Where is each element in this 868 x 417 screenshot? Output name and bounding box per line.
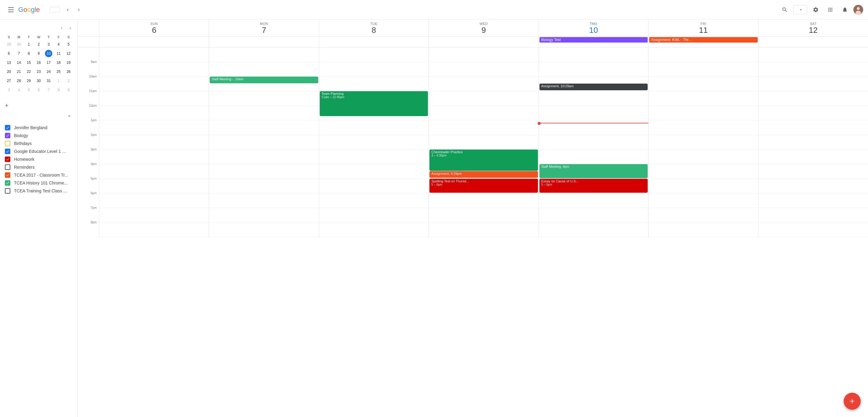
mini-cal-day[interactable]: 3 [4, 86, 14, 94]
hour-slot[interactable] [99, 135, 209, 150]
hour-slot[interactable] [209, 62, 318, 77]
hour-slot[interactable] [649, 193, 758, 208]
calendar-checkbox[interactable] [5, 133, 10, 138]
next-period-button[interactable]: › [73, 4, 84, 15]
mini-cal-day[interactable]: 7 [14, 49, 24, 58]
day-column[interactable] [648, 48, 758, 237]
hour-slot[interactable] [649, 91, 758, 106]
mini-cal-next[interactable]: › [67, 24, 74, 32]
day-column[interactable] [758, 48, 868, 237]
hour-slot[interactable] [758, 120, 868, 135]
calendar-checkbox[interactable] [5, 156, 10, 162]
hour-slot[interactable] [209, 106, 318, 120]
calendar-item[interactable]: TCEA Training Test Class ... [0, 187, 78, 195]
hour-slot[interactable] [758, 193, 868, 208]
hour-slot[interactable] [209, 222, 318, 237]
hour-slot[interactable] [209, 208, 318, 222]
mini-cal-day[interactable]: 12 [64, 49, 73, 58]
mini-cal-day[interactable]: 4 [14, 86, 24, 94]
day-number[interactable]: 8 [319, 26, 429, 35]
hour-slot[interactable] [209, 120, 318, 135]
hour-slot[interactable] [319, 222, 429, 237]
create-event-fab[interactable]: + [844, 393, 861, 410]
hour-slot[interactable] [319, 179, 429, 193]
mini-cal-day[interactable]: 6 [34, 86, 43, 94]
mini-cal-day[interactable]: 25 [54, 67, 64, 76]
mini-cal-day[interactable]: 16 [34, 58, 43, 67]
mini-cal-day[interactable]: 23 [34, 67, 43, 76]
hour-slot[interactable] [539, 150, 648, 164]
mini-cal-day[interactable]: 8 [24, 49, 33, 58]
hour-slot[interactable] [319, 150, 429, 164]
mini-cal-day[interactable]: 15 [24, 58, 33, 67]
hour-slot[interactable] [649, 150, 758, 164]
hour-slot[interactable] [429, 62, 538, 77]
hour-slot[interactable] [209, 179, 318, 193]
hour-slot[interactable] [209, 193, 318, 208]
mini-cal-day[interactable]: 22 [24, 67, 33, 76]
day-number[interactable]: 11 [649, 26, 758, 35]
allday-event[interactable]: Assignment: KWL - Thr... [649, 37, 757, 42]
mini-cal-day[interactable]: 9 [34, 49, 43, 58]
hour-slot[interactable] [319, 208, 429, 222]
hour-slot[interactable] [539, 91, 648, 106]
settings-button[interactable] [810, 4, 822, 16]
allday-cell[interactable] [758, 36, 868, 47]
hour-slot[interactable] [758, 48, 868, 62]
calendar-item[interactable]: TCEA History 101 Chrome... [0, 179, 78, 187]
event-block[interactable]: Cheerleader Practice3 – 4:30pm [429, 150, 538, 171]
hour-slot[interactable] [99, 208, 209, 222]
calendar-item[interactable]: Homework [0, 155, 78, 163]
mini-cal-day[interactable]: 14 [14, 58, 24, 67]
calendar-checkbox[interactable] [5, 141, 10, 146]
hour-slot[interactable] [99, 179, 209, 193]
hour-slot[interactable] [429, 106, 538, 120]
hour-slot[interactable] [758, 106, 868, 120]
mini-cal-day[interactable]: 28 [14, 77, 24, 85]
hour-slot[interactable] [99, 193, 209, 208]
allday-cell[interactable] [429, 36, 538, 47]
mini-cal-day[interactable]: 26 [64, 67, 73, 76]
hour-slot[interactable] [649, 120, 758, 135]
hour-slot[interactable] [649, 164, 758, 179]
hour-slot[interactable] [539, 193, 648, 208]
event-block[interactable]: Spelling Test on Thursd...5 – 6pm [429, 179, 538, 193]
hour-slot[interactable] [319, 193, 429, 208]
hour-slot[interactable] [539, 135, 648, 150]
hour-slot[interactable] [429, 77, 538, 91]
event-block[interactable]: Essay on Cause of U.S...5 – 6pm [539, 179, 648, 193]
hour-slot[interactable] [319, 62, 429, 77]
hour-slot[interactable] [758, 150, 868, 164]
hour-slot[interactable] [649, 62, 758, 77]
hour-slot[interactable] [429, 193, 538, 208]
mini-cal-day[interactable]: 1 [24, 40, 33, 49]
day-column[interactable]: Cheerleader Practice3 – 4:30pmAssignment… [429, 48, 538, 237]
hour-slot[interactable] [649, 48, 758, 62]
mini-cal-day[interactable]: 30 [14, 40, 24, 49]
hour-slot[interactable] [209, 150, 318, 164]
mini-cal-day[interactable]: 31 [44, 77, 54, 85]
event-block[interactable]: Staff Meeting -, 10am [210, 77, 318, 83]
search-button[interactable] [779, 4, 791, 16]
mini-cal-day[interactable]: 20 [4, 67, 14, 76]
mini-cal-day[interactable]: 11 [54, 49, 64, 58]
notifications-button[interactable] [839, 4, 851, 16]
hour-slot[interactable] [539, 222, 648, 237]
hour-slot[interactable] [99, 62, 209, 77]
hamburger-menu[interactable] [5, 4, 17, 16]
hour-slot[interactable] [758, 208, 868, 222]
allday-cell[interactable] [99, 36, 209, 47]
calendar-item[interactable]: Google Educator Level 1 M... [0, 147, 78, 155]
mini-cal-day[interactable]: 1 [54, 77, 64, 85]
hour-slot[interactable] [539, 106, 648, 120]
hour-slot[interactable] [539, 208, 648, 222]
mini-cal-day[interactable]: 17 [44, 58, 54, 67]
calendar-item[interactable]: Reminders [0, 163, 78, 171]
day-number[interactable]: 7 [209, 26, 318, 35]
hour-slot[interactable] [99, 164, 209, 179]
day-column[interactable]: Assignment, 10:29amStaff Meeting, 4pmEss… [538, 48, 648, 237]
hour-slot[interactable] [758, 62, 868, 77]
mini-cal-day[interactable]: 19 [64, 58, 73, 67]
day-column[interactable]: Team Planning11am – 12:45pm [319, 48, 429, 237]
calendar-item[interactable]: Biology [0, 131, 78, 140]
